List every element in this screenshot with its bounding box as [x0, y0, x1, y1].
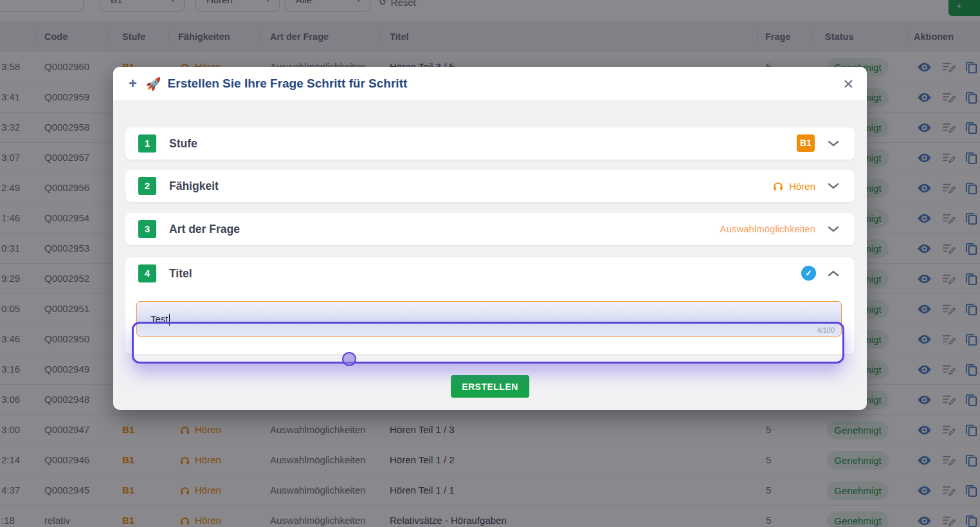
- step-card-art-der-frage: 3 Art der Frage Auswahlmöglichkeiten: [125, 213, 855, 245]
- close-icon[interactable]: ✕: [842, 77, 854, 91]
- chevron-down-icon: [828, 181, 839, 190]
- modal-header: + 🚀 Erstellen Sie Ihre Frage Schritt für…: [113, 67, 867, 100]
- question-management-page: B1 ▼ Hören ▼ Alle ▼ ↺ Reset + CodeStufeF…: [0, 0, 980, 527]
- selected-question-type: Auswahlmöglichkeiten: [720, 213, 815, 245]
- step-number-badge: 3: [138, 220, 156, 238]
- step-number-badge: 1: [138, 134, 156, 153]
- chevron-down-icon: [828, 225, 839, 234]
- step-label: Titel: [169, 257, 192, 290]
- step-label: Fähigkeit: [169, 170, 219, 202]
- step-art-der-frage-toggle[interactable]: 3 Art der Frage Auswahlmöglichkeiten: [125, 213, 855, 245]
- step-number-badge: 4: [138, 264, 156, 282]
- chevron-down-icon: [828, 139, 839, 148]
- element-highlight-rect: [132, 322, 844, 364]
- step-label: Art der Frage: [169, 213, 240, 245]
- step-titel-toggle[interactable]: 4 Titel ✓: [125, 257, 855, 290]
- step-number-badge: 2: [138, 177, 156, 195]
- step-complete-check-icon: ✓: [801, 266, 816, 281]
- step-faehigkeit-toggle[interactable]: 2 Fähigkeit Hören: [125, 170, 855, 202]
- selected-level-badge: B1: [797, 134, 815, 152]
- create-question-modal: + 🚀 Erstellen Sie Ihre Frage Schritt für…: [113, 67, 867, 410]
- step-card-faehigkeit: 2 Fähigkeit Hören: [125, 170, 855, 202]
- plus-icon: +: [129, 75, 137, 92]
- modal-title: Erstellen Sie Ihre Frage Schritt für Sch…: [168, 77, 408, 91]
- step-label: Stufe: [169, 127, 197, 160]
- step-stufe-toggle[interactable]: 1 Stufe B1: [125, 127, 855, 160]
- highlight-drag-handle[interactable]: [342, 352, 356, 366]
- step-card-stufe: 1 Stufe B1: [125, 127, 855, 160]
- selected-skill: Hören: [772, 170, 815, 202]
- headphones-icon: [772, 180, 784, 192]
- chevron-up-icon: [828, 269, 839, 278]
- rocket-icon: 🚀: [146, 77, 161, 91]
- erstellen-button[interactable]: ERSTELLEN: [451, 375, 529, 398]
- selected-skill-label: Hören: [789, 181, 815, 192]
